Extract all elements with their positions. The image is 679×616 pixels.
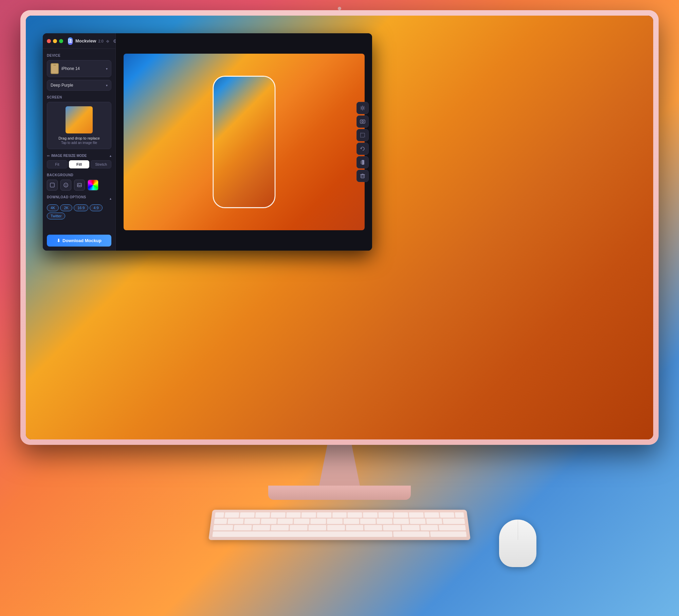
camera-dot — [338, 7, 341, 10]
format-buttons: 4K 2K 16:9 4:9 Twitter — [47, 204, 111, 219]
phone-screen-content — [214, 77, 274, 207]
screen-section-label: Screen — [47, 95, 111, 99]
svg-rect-22 — [361, 175, 364, 178]
color-dropdown[interactable]: Deep Purple ▾ — [47, 80, 111, 91]
screenshot-preview — [66, 106, 93, 133]
background-section: Background — [47, 173, 111, 191]
device-name-label: iPhone 14 — [61, 66, 103, 71]
screenshot-button[interactable] — [356, 115, 369, 128]
imac-wrapper: Mockview 2.0 ⎆ ⚙ ♛ Device iPh — [0, 0, 679, 616]
maximize-button[interactable] — [59, 39, 63, 43]
screen-section: Screen Drag and drop to replace Tap to a… — [47, 95, 111, 149]
drop-text-label: Drag and drop to replace — [58, 136, 100, 140]
app-title: Mockview — [75, 38, 96, 43]
download-chevron-icon[interactable]: ▴ — [110, 197, 111, 200]
download-section-label: Download Options — [47, 195, 86, 199]
device-chevron-icon: ▾ — [106, 67, 108, 71]
svg-line-15 — [361, 109, 361, 110]
color-chevron-icon: ▾ — [106, 84, 108, 87]
device-toggle-button[interactable] — [356, 156, 369, 168]
close-button[interactable] — [47, 39, 51, 43]
svg-point-4 — [65, 184, 66, 185]
download-header: Download Options ▴ — [47, 195, 111, 202]
format-2k-button[interactable]: 2K — [60, 204, 72, 211]
stand-base — [268, 486, 411, 500]
download-button-label: Download Mockup — [62, 238, 102, 243]
format-4k-button[interactable]: 4K — [47, 204, 59, 211]
svg-point-7 — [78, 184, 79, 185]
background-options — [47, 180, 111, 191]
monitor-stand — [268, 445, 411, 500]
resize-label-row: ⇔ Image Resize Mode — [47, 154, 87, 158]
svg-rect-19 — [361, 133, 365, 137]
stretch-button[interactable]: Stretch — [91, 160, 111, 168]
bg-solid-option[interactable] — [47, 180, 58, 191]
resize-header: ⇔ Image Resize Mode ▴ — [47, 154, 111, 158]
svg-point-5 — [66, 184, 67, 185]
app-window: Mockview 2.0 ⎆ ⚙ ♛ Device iPh — [43, 33, 372, 251]
download-section: Download Options ▴ 4K 2K 16:9 4:9 Twitte… — [47, 195, 111, 219]
phone-frame — [213, 76, 275, 208]
device-dropdown[interactable]: iPhone 14 ▾ — [47, 60, 111, 77]
device-icon — [51, 63, 59, 74]
drop-subtext-label: Tap to add an image file — [61, 141, 97, 145]
screenshot-drop-zone[interactable]: Drag and drop to replace Tap to add an i… — [47, 102, 111, 149]
svg-point-18 — [362, 121, 364, 123]
brightness-button[interactable] — [356, 102, 369, 114]
svg-line-16 — [364, 106, 364, 107]
monitor-screen-area: Mockview 2.0 ⎆ ⚙ ♛ Device iPh — [26, 16, 653, 439]
format-169-button[interactable]: 16:9 — [74, 204, 88, 211]
keyboard[interactable] — [208, 510, 471, 540]
mouse[interactable] — [499, 520, 536, 567]
delete-button[interactable] — [356, 170, 369, 182]
app-version: 2.0 — [98, 39, 103, 43]
bg-emoji-option[interactable] — [60, 180, 71, 191]
fill-button[interactable]: Fill — [69, 160, 90, 168]
resize-section-label: Image Resize Mode — [51, 154, 87, 158]
canvas-area — [116, 33, 372, 251]
window-controls — [47, 39, 63, 43]
download-mockup-button[interactable]: ⬇ Download Mockup — [47, 235, 111, 247]
format-twitter-button[interactable]: Twitter — [47, 213, 65, 219]
stand-neck — [319, 445, 360, 486]
mockup-canvas — [124, 54, 365, 230]
svg-rect-21 — [361, 161, 362, 164]
svg-rect-17 — [360, 120, 365, 123]
resize-icon: ⇔ — [47, 154, 50, 158]
svg-rect-1 — [70, 40, 72, 42]
bg-color-wheel-option[interactable] — [88, 180, 98, 191]
resize-chevron-icon[interactable]: ▴ — [110, 154, 111, 158]
svg-point-3 — [64, 183, 68, 187]
device-section-label: Device — [47, 54, 111, 57]
rotate-button[interactable] — [356, 143, 369, 155]
svg-line-13 — [361, 106, 361, 107]
download-icon: ⬇ — [57, 238, 60, 243]
sidebar: Mockview 2.0 ⎆ ⚙ ♛ Device iPh — [43, 33, 116, 251]
resize-section: ⇔ Image Resize Mode ▴ Fit Fill Stretch — [47, 154, 111, 168]
svg-point-8 — [362, 107, 364, 109]
background-section-label: Background — [47, 173, 111, 177]
resize-buttons: Fit Fill Stretch — [47, 160, 111, 168]
monitor-bezel: Mockview 2.0 ⎆ ⚙ ♛ Device iPh — [20, 10, 659, 445]
sidebar-bottom: ⬇ Download Mockup — [43, 231, 115, 251]
keyboard-keys — [208, 510, 471, 540]
format-49-button[interactable]: 4:9 — [90, 204, 102, 211]
crop-button[interactable] — [356, 129, 369, 141]
import-icon[interactable]: ⎆ — [106, 38, 109, 44]
color-name-label: Deep Purple — [51, 83, 73, 88]
svg-rect-2 — [50, 183, 54, 187]
minimize-button[interactable] — [53, 39, 57, 43]
svg-line-14 — [364, 109, 364, 110]
bg-image-option[interactable] — [74, 180, 85, 191]
right-toolbar — [356, 102, 369, 182]
fit-button[interactable]: Fit — [47, 160, 68, 168]
titlebar: Mockview 2.0 ⎆ ⚙ ♛ — [43, 33, 115, 49]
sidebar-content: Device iPhone 14 ▾ Deep Purple ▾ S — [43, 49, 115, 231]
app-logo — [68, 37, 73, 45]
